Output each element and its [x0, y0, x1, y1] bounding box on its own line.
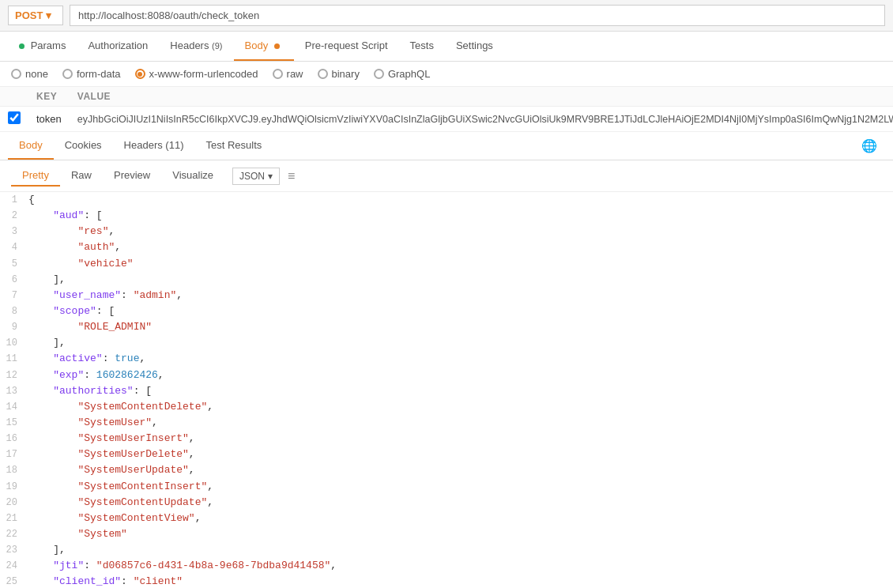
kv-checkbox[interactable]	[8, 111, 21, 124]
code-line: 9 "ROLE_ADMIN"	[0, 319, 893, 335]
body-type-urlencoded-label: x-www-form-urlencoded	[149, 68, 258, 80]
number-token: 1602862426	[96, 369, 158, 381]
code-line: 3 "res",	[0, 224, 893, 239]
body-type-raw[interactable]: raw	[273, 68, 303, 80]
code-line: 20 "SystemContentUpdate",	[0, 495, 893, 511]
line-content: "SystemContentView",	[28, 511, 893, 526]
comma-token: ,	[189, 464, 195, 476]
format-pretty[interactable]: Pretty	[11, 165, 60, 187]
string-token: "SystemContentView"	[77, 512, 194, 524]
line-number: 13	[0, 384, 28, 399]
resp-tab-cookies-label: Cookies	[65, 139, 102, 151]
line-number: 7	[0, 288, 28, 303]
resp-tab-headers[interactable]: Headers (11)	[113, 132, 195, 160]
url-bar: POST ▾	[0, 0, 893, 32]
code-line: 24 "jti": "d06857c6-d431-4b8a-9e68-7bdba…	[0, 558, 893, 574]
kv-checkbox-cell	[0, 107, 28, 132]
kv-check-header	[0, 87, 28, 107]
kv-value-header: VALUE	[70, 87, 893, 107]
code-line: 2 "aud": [	[0, 208, 893, 224]
comma-token: ,	[207, 496, 213, 508]
line-number: 10	[0, 336, 28, 351]
key-token: "user_name"	[53, 289, 121, 301]
colon-token: :	[84, 560, 96, 571]
line-number: 12	[0, 368, 28, 383]
code-line: 8 "scope": [	[0, 303, 893, 319]
colon-token: :	[134, 385, 146, 397]
tab-params[interactable]: Params	[8, 32, 77, 61]
body-type-none-label: none	[25, 68, 48, 80]
method-label: POST	[15, 9, 43, 21]
format-pretty-label: Pretty	[22, 169, 49, 181]
body-type-binary[interactable]: binary	[318, 68, 360, 80]
colon-token: :	[103, 352, 115, 364]
string-token: "admin"	[134, 289, 177, 301]
radio-form-data	[62, 69, 73, 79]
line-number: 16	[0, 432, 28, 447]
string-token: "ROLE_ADMIN"	[77, 321, 152, 333]
comma-token: ,	[330, 560, 337, 571]
code-line: 6 ],	[0, 272, 893, 288]
line-number: 19	[0, 480, 28, 495]
comma-token: ,	[189, 448, 195, 460]
table-row: token eyJhbGciOiJIUzI1NiIsInR5cCI6IkpXVC…	[0, 107, 893, 132]
tab-authorization[interactable]: Authorization	[77, 32, 159, 61]
json-format-dropdown[interactable]: JSON ▾	[232, 168, 280, 185]
body-type-graphql-label: GraphQL	[388, 68, 430, 80]
body-type-graphql[interactable]: GraphQL	[374, 68, 430, 80]
line-number: 21	[0, 511, 28, 526]
wrap-icon[interactable]: ≡	[288, 169, 295, 183]
string-token: "res"	[77, 225, 108, 237]
comma-token: ,	[158, 369, 164, 381]
line-number: 24	[0, 559, 28, 574]
tab-headers-label: Headers (9)	[170, 40, 222, 51]
line-number: 8	[0, 304, 28, 319]
line-content: "active": true,	[28, 351, 893, 367]
body-type-urlencoded[interactable]: x-www-form-urlencoded	[135, 68, 258, 80]
colon-token: :	[84, 369, 96, 381]
url-input[interactable]	[70, 5, 885, 26]
line-content: "scope": [	[28, 303, 893, 319]
line-content: "ROLE_ADMIN"	[28, 319, 893, 335]
key-token: "exp"	[53, 369, 84, 381]
line-content: "user_name": "admin",	[28, 288, 893, 303]
resp-tab-body[interactable]: Body	[8, 132, 54, 160]
resp-tab-test-results[interactable]: Test Results	[194, 132, 273, 160]
resp-tab-cookies[interactable]: Cookies	[54, 132, 113, 160]
format-raw[interactable]: Raw	[60, 165, 103, 187]
line-content: "SystemContentUpdate",	[28, 495, 893, 511]
radio-urlencoded	[135, 69, 145, 79]
format-preview-label: Preview	[114, 169, 150, 181]
code-area[interactable]: 1{2 "aud": [3 "res",4 "auth",5 "vehicle"…	[0, 192, 893, 588]
key-token: "active"	[53, 352, 102, 364]
comma-token: ,	[115, 241, 121, 253]
resp-tab-headers-label: Headers (11)	[124, 139, 184, 151]
radio-binary	[318, 69, 328, 79]
string-token: "SystemUserDelete"	[77, 448, 188, 460]
line-number: 23	[0, 543, 28, 558]
line-number: 5	[0, 257, 28, 272]
tab-settings[interactable]: Settings	[445, 32, 504, 61]
line-content: "SystemUserDelete",	[28, 447, 893, 462]
code-line: 18 "SystemUserUpdate",	[0, 462, 893, 478]
body-dot	[274, 43, 280, 49]
tab-body[interactable]: Body	[234, 32, 294, 61]
colon-token: :	[96, 305, 109, 317]
bracket-token: ]	[53, 544, 59, 556]
code-line: 22 "System"	[0, 526, 893, 542]
format-visualize[interactable]: Visualize	[161, 165, 224, 187]
comma-token: ,	[59, 273, 66, 285]
code-line: 19 "SystemContentInsert",	[0, 479, 893, 495]
tab-settings-label: Settings	[456, 40, 493, 51]
body-type-none[interactable]: none	[11, 68, 48, 80]
tab-body-label: Body	[245, 40, 269, 51]
method-select[interactable]: POST ▾	[8, 6, 63, 25]
globe-icon[interactable]: 🌐	[853, 132, 885, 160]
format-preview[interactable]: Preview	[103, 165, 161, 187]
code-line: 7 "user_name": "admin",	[0, 288, 893, 303]
tab-headers[interactable]: Headers (9)	[159, 32, 233, 61]
tab-tests[interactable]: Tests	[399, 32, 445, 61]
string-token: "client"	[134, 575, 183, 587]
tab-pre-request[interactable]: Pre-request Script	[294, 32, 399, 61]
body-type-form-data[interactable]: form-data	[62, 68, 121, 80]
